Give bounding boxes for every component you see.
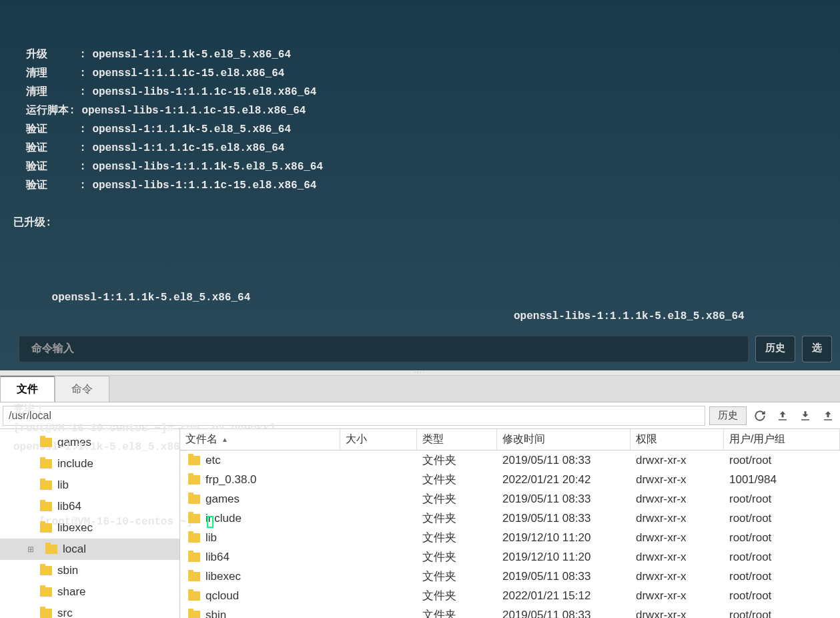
col-header-size[interactable]: 大小 — [340, 429, 417, 450]
col-header-type[interactable]: 类型 — [417, 429, 497, 450]
folder-icon — [188, 572, 200, 581]
folder-icon — [188, 495, 200, 504]
folder-icon — [188, 611, 200, 619]
shell-prompt: [root@VM-16-10-centos ~]# — [39, 516, 205, 528]
select-button[interactable]: 选 — [802, 336, 832, 362]
file-size — [340, 605, 417, 618]
upgraded-packages-row: openssl-1:1.1.1k-5.el8_5.x86_64 openssl-… — [13, 270, 827, 344]
file-perm: drwxr-xr-x — [631, 605, 724, 618]
folder-icon — [40, 566, 52, 575]
upgraded-pkg-2: openssl-libs-1:1.1.1k-5.el8_5.x86_64 — [514, 307, 745, 326]
folder-icon — [188, 475, 200, 485]
terminal-line: 清理 : openssl-1:1.1.1c-15.el8.x86_64 — [13, 64, 827, 83]
file-type: 文件夹 — [417, 605, 497, 618]
folder-icon — [188, 533, 200, 543]
folder-icon — [40, 609, 52, 618]
terminal-output[interactable]: 升级 : openssl-1:1.1.1k-5.el8_5.x86_64 清理 … — [0, 0, 840, 370]
terminal-line: 升级 : openssl-1:1.1.1k-5.el8_5.x86_64 — [13, 45, 827, 64]
sort-asc-icon: ▲ — [222, 436, 228, 443]
terminal-line: 验证 : openssl-libs-1:1.1.1k-5.el8_5.x86_6… — [13, 158, 827, 176]
command-bar: 命令输入 历史 选 — [19, 336, 832, 362]
history-button[interactable]: 历史 — [755, 336, 795, 362]
folder-icon — [40, 481, 52, 490]
folder-icon — [40, 587, 52, 597]
cursor-icon — [207, 516, 214, 528]
command-placeholder: 命令输入 — [31, 340, 74, 358]
terminal-line: 已升级: — [13, 214, 827, 232]
file-row[interactable]: sbin文件夹2019/05/11 08:33drwxr-xr-xroot/ro… — [180, 605, 840, 618]
terminal-line: 验证 : openssl-libs-1:1.1.1c-15.el8.x86_64 — [13, 176, 827, 195]
terminal-lines: 升级 : openssl-1:1.1.1k-5.el8_5.x86_64 清理 … — [13, 45, 827, 232]
folder-icon — [40, 502, 52, 511]
folder-icon — [40, 438, 52, 447]
command-input[interactable]: 命令输入 — [19, 336, 749, 362]
file-list-header: 文件名 ▲ 大小 类型 修改时间 权限 用户/用户组 — [180, 429, 840, 450]
folder-icon — [40, 523, 52, 533]
tree-item-label: src — [57, 607, 73, 618]
col-header-name[interactable]: 文件名 ▲ — [180, 429, 340, 450]
folder-icon — [188, 553, 200, 562]
terminal-line: 运行脚本: openssl-libs-1:1.1.1c-15.el8.x86_6… — [13, 101, 827, 120]
upgraded-pkg-1: openssl-1:1.1.1k-5.el8_5.x86_64 — [39, 288, 250, 307]
folder-icon — [188, 514, 200, 523]
col-header-user[interactable]: 用户/用户组 — [724, 429, 840, 450]
terminal-line — [13, 382, 827, 400]
folder-icon — [40, 459, 52, 469]
file-name: sbin — [205, 609, 226, 619]
folder-icon — [188, 456, 200, 465]
terminal-line: 完毕！ — [13, 400, 827, 419]
col-header-perm[interactable]: 权限 — [631, 429, 724, 450]
terminal-line: 验证 : openssl-1:1.1.1k-5.el8_5.x86_64 — [13, 120, 827, 139]
folder-icon — [188, 591, 200, 601]
folder-icon — [45, 545, 57, 554]
col-header-mtime[interactable]: 修改时间 — [497, 429, 631, 450]
terminal-prompt-line: [root@VM-16-10-centos ~]# — [13, 494, 827, 550]
terminal-line: 验证 : openssl-1:1.1.1c-15.el8.x86_64 — [13, 139, 827, 158]
terminal-line — [13, 195, 827, 214]
terminal-line: 清理 : openssl-libs-1:1.1.1c-15.el8.x86_64 — [13, 83, 827, 101]
file-user: root/root — [724, 605, 840, 618]
file-mtime: 2019/05/11 08:33 — [497, 605, 631, 618]
